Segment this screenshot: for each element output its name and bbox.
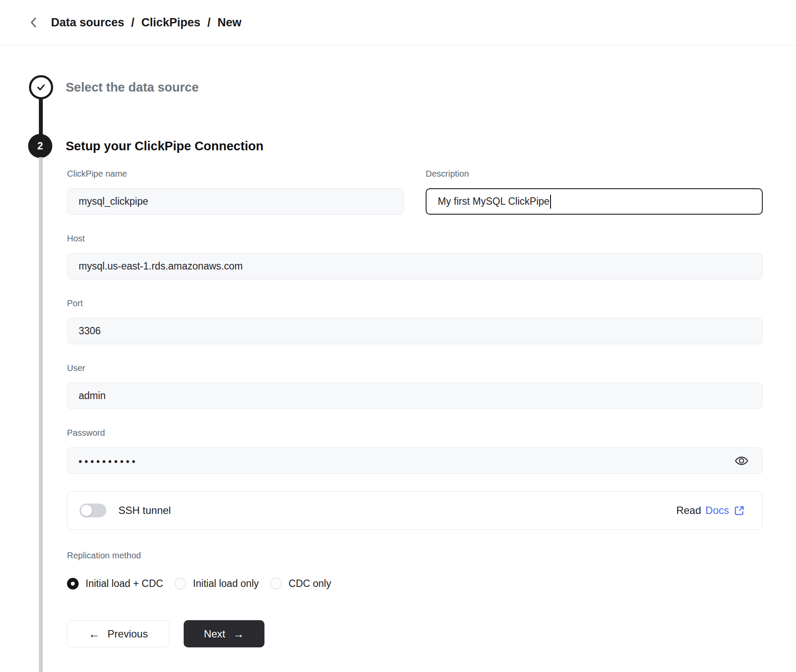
text-cursor	[550, 195, 551, 209]
password-input[interactable]: ••••••••••	[67, 447, 763, 474]
breadcrumb-data-sources[interactable]: Data sources	[51, 16, 124, 29]
reveal-password-button[interactable]	[732, 451, 751, 470]
wizard-actions: ← Previous Next →	[67, 620, 763, 647]
radio-unselected-icon[interactable]	[270, 578, 282, 590]
ssh-tunnel-panel: SSH tunnel Read Docs	[67, 491, 763, 530]
check-icon	[35, 81, 47, 93]
host-value: mysql.us-east-1.rds.amazonaws.com	[79, 260, 243, 272]
step-2-number: 2	[37, 140, 43, 152]
toggle-knob	[81, 505, 92, 516]
clickpipe-name-label: ClickPipe name	[67, 168, 404, 179]
radio-selected-icon[interactable]	[67, 578, 79, 590]
radio-cdc-only[interactable]: CDC only	[270, 578, 331, 590]
next-button[interactable]: Next →	[184, 620, 264, 647]
external-link-icon	[733, 505, 745, 517]
description-input[interactable]: My first MySQL ClickPipe	[426, 188, 763, 215]
arrow-right-icon: →	[233, 628, 244, 640]
description-value: My first MySQL ClickPipe	[438, 196, 550, 207]
port-input[interactable]: 3306	[67, 318, 763, 344]
user-label: User	[67, 363, 763, 373]
radio-label: Initial load + CDC	[86, 578, 163, 590]
back-button[interactable]	[25, 14, 42, 31]
breadcrumb-separator: /	[131, 16, 135, 29]
clickpipe-connection-form: ClickPipe name mysql_clickpipe Descripti…	[67, 45, 763, 647]
user-value: admin	[79, 390, 106, 402]
step-1-indicator	[29, 75, 53, 99]
breadcrumb: Data sources / ClickPipes / New	[51, 16, 242, 29]
password-label: Password	[67, 428, 763, 438]
radio-initial-load-only[interactable]: Initial load only	[175, 578, 259, 590]
ssh-tunnel-label: SSH tunnel	[118, 504, 171, 517]
radio-unselected-icon[interactable]	[175, 578, 186, 590]
previous-button[interactable]: ← Previous	[67, 620, 169, 647]
port-value: 3306	[79, 325, 101, 337]
host-label: Host	[67, 233, 763, 244]
description-label: Description	[426, 168, 763, 179]
previous-button-label: Previous	[108, 628, 148, 640]
breadcrumb-new: New	[217, 16, 242, 29]
stepper-connector	[39, 98, 43, 135]
user-input[interactable]: admin	[67, 383, 763, 409]
step-2-indicator: 2	[28, 134, 52, 158]
chevron-left-icon	[29, 16, 38, 29]
radio-label: Initial load only	[193, 578, 259, 590]
breadcrumb-bar: Data sources / ClickPipes / New	[0, 0, 796, 45]
host-input[interactable]: mysql.us-east-1.rds.amazonaws.com	[67, 253, 763, 279]
clickpipe-name-value: mysql_clickpipe	[79, 196, 148, 207]
docs-link[interactable]: Docs	[705, 504, 745, 517]
radio-label: CDC only	[289, 578, 331, 590]
docs-link-text: Docs	[705, 504, 729, 517]
stepper-rail	[39, 157, 43, 672]
read-text: Read	[676, 504, 701, 517]
wizard-content: 2 Select the data source Setup your Clic…	[0, 45, 796, 672]
arrow-left-icon: ←	[89, 628, 100, 640]
port-label: Port	[67, 298, 763, 308]
radio-initial-load-cdc[interactable]: Initial load + CDC	[67, 578, 163, 590]
breadcrumb-clickpipes[interactable]: ClickPipes	[141, 16, 201, 29]
next-button-label: Next	[204, 628, 225, 640]
replication-method-label: Replication method	[67, 550, 763, 561]
ssh-tunnel-toggle[interactable]	[80, 504, 106, 517]
replication-options: Initial load + CDC Initial load only CDC…	[67, 578, 763, 590]
eye-icon	[734, 453, 749, 468]
password-masked-value: ••••••••••	[79, 456, 138, 467]
clickpipe-name-input[interactable]: mysql_clickpipe	[67, 188, 404, 215]
breadcrumb-separator: /	[207, 16, 211, 29]
